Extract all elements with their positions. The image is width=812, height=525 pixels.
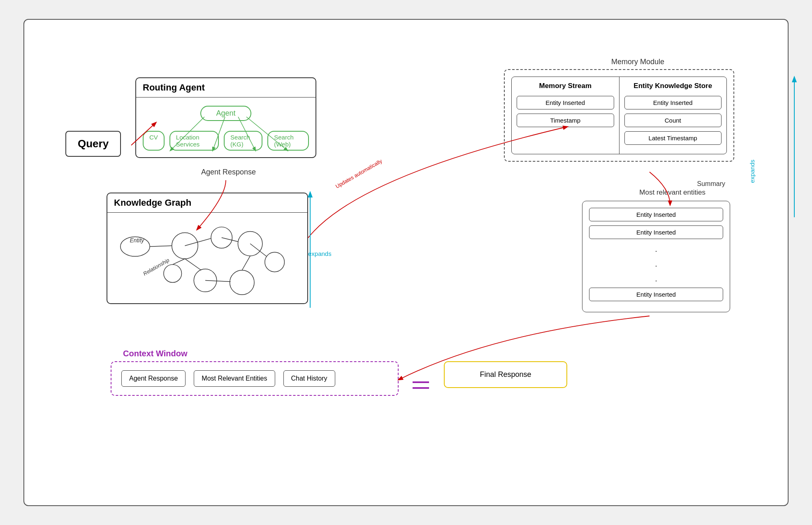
routing-agent-body: Agent CV Location Services Search (KG) S… [136, 98, 316, 157]
diagram: Query Routing Agent Agent CV Location Se… [41, 36, 771, 489]
most-relevant-box: Entity Inserted Entity Inserted ··· Enti… [582, 201, 730, 312]
context-window-label: Context Window [123, 349, 187, 358]
memory-stream-title: Memory Stream [517, 82, 614, 90]
svg-line-10 [150, 246, 172, 246]
memory-module-inner: Memory Stream Entity Inserted Timestamp … [511, 77, 727, 154]
svg-text:Updates automatically: Updates automatically [334, 158, 383, 189]
dot-row: ··· [589, 243, 723, 288]
tool-location: Location Services [169, 131, 219, 151]
kg-box: Knowledge Graph Entity Relationship [107, 193, 308, 304]
context-chat-history: Chat History [283, 370, 335, 387]
mr-item-2: Entity Inserted [589, 288, 723, 301]
equals-svg [411, 376, 431, 395]
query-box: Query [65, 131, 121, 157]
svg-point-9 [265, 252, 285, 272]
agent-pill: Agent [200, 106, 251, 121]
routing-agent-box: Routing Agent Agent CV Location Services… [135, 77, 316, 158]
most-relevant-label: Most relevant entities [639, 188, 705, 197]
context-most-relevant: Most Relevant Entities [194, 370, 275, 387]
ms-item-1: Timestamp [517, 114, 614, 127]
outer-frame: Query Routing Agent Agent CV Location Se… [23, 19, 789, 506]
entity-knowledge: Entity Knowledge Store Entity Inserted C… [619, 77, 727, 154]
ek-item-0: Entity Inserted [624, 96, 722, 109]
kg-body: Entity Relationship [107, 213, 307, 303]
context-window-box: Agent Response Most Relevant Entities Ch… [111, 361, 399, 396]
svg-point-8 [230, 270, 255, 295]
ek-item-1: Count [624, 114, 722, 127]
context-agent-response: Agent Response [121, 370, 186, 387]
tool-search-web: Search (Web) [267, 131, 309, 151]
memory-stream: Memory Stream Entity Inserted Timestamp [512, 77, 619, 154]
svg-point-6 [164, 265, 182, 283]
memory-module-label: Memory Module [611, 58, 664, 66]
svg-line-16 [242, 256, 250, 270]
final-response-box: Final Response [444, 361, 567, 388]
tool-cv: CV [143, 131, 165, 151]
ms-item-0: Entity Inserted [517, 96, 614, 109]
tool-row: CV Location Services Search (KG) Search … [143, 131, 309, 151]
routing-agent-title: Routing Agent [136, 78, 316, 98]
final-response-label: Final Response [480, 370, 531, 379]
ek-item-2: Latest Timestamp [624, 131, 722, 145]
kg-title: Knowledge Graph [107, 193, 307, 213]
expands-right-label: expands [749, 160, 756, 183]
mr-item-1: Entity Inserted [589, 225, 723, 239]
svg-line-12 [222, 237, 238, 242]
svg-line-13 [173, 259, 185, 265]
query-label: Query [78, 137, 109, 150]
summary-label: Summary [697, 180, 725, 188]
svg-line-15 [205, 281, 230, 282]
svg-line-17 [250, 244, 267, 256]
svg-line-14 [185, 259, 201, 270]
equals-sign [411, 376, 431, 399]
kg-svg: Entity Relationship [107, 213, 307, 303]
entity-knowledge-title: Entity Knowledge Store [624, 82, 722, 90]
expands-mid-label: expands [308, 250, 332, 257]
memory-module-box: Memory Stream Entity Inserted Timestamp … [504, 69, 734, 162]
mr-item-0: Entity Inserted [589, 208, 723, 221]
tool-search-kg: Search (KG) [224, 131, 262, 151]
agent-response-label: Agent Response [201, 168, 256, 177]
